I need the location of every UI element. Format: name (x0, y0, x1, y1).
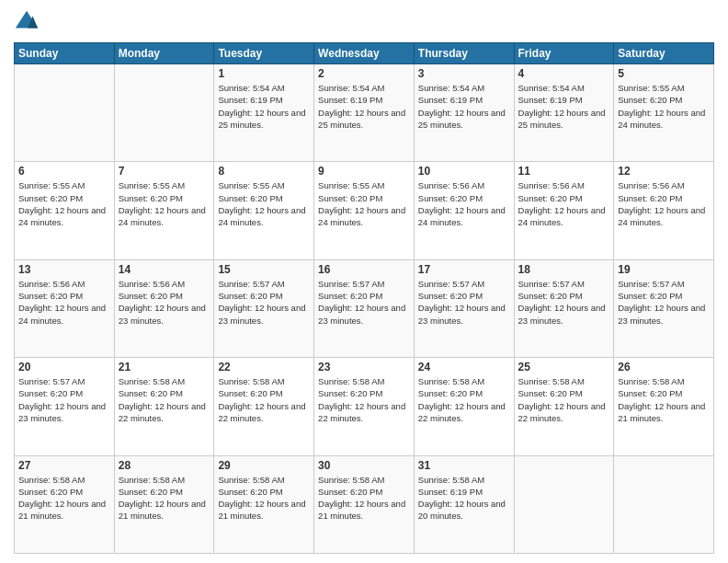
calendar-cell: 15Sunrise: 5:57 AM Sunset: 6:20 PM Dayli… (214, 259, 314, 357)
calendar-cell: 4Sunrise: 5:54 AM Sunset: 6:19 PM Daylig… (514, 64, 614, 162)
day-info: Sunrise: 5:55 AM Sunset: 6:20 PM Dayligh… (119, 179, 210, 228)
calendar-cell: 12Sunrise: 5:56 AM Sunset: 6:20 PM Dayli… (614, 162, 714, 259)
day-number: 5 (618, 67, 710, 80)
day-info: Sunrise: 5:56 AM Sunset: 6:20 PM Dayligh… (618, 179, 710, 228)
day-info: Sunrise: 5:57 AM Sunset: 6:20 PM Dayligh… (618, 278, 710, 327)
day-info: Sunrise: 5:55 AM Sunset: 6:20 PM Dayligh… (218, 179, 310, 228)
day-number: 14 (119, 263, 210, 276)
calendar-cell: 22Sunrise: 5:58 AM Sunset: 6:20 PM Dayli… (214, 358, 314, 455)
day-info: Sunrise: 5:56 AM Sunset: 6:20 PM Dayligh… (518, 179, 610, 228)
calendar-cell: 25Sunrise: 5:58 AM Sunset: 6:20 PM Dayli… (514, 358, 614, 455)
calendar-cell: 28Sunrise: 5:58 AM Sunset: 6:20 PM Dayli… (114, 455, 214, 553)
day-info: Sunrise: 5:58 AM Sunset: 6:20 PM Dayligh… (518, 375, 610, 424)
calendar-week-row: 27Sunrise: 5:58 AM Sunset: 6:20 PM Dayli… (15, 455, 714, 553)
day-info: Sunrise: 5:55 AM Sunset: 6:20 PM Dayligh… (618, 82, 710, 131)
calendar-cell: 26Sunrise: 5:58 AM Sunset: 6:20 PM Dayli… (614, 358, 714, 455)
calendar-day-header: Saturday (614, 43, 714, 64)
day-info: Sunrise: 5:58 AM Sunset: 6:20 PM Dayligh… (18, 474, 110, 523)
day-number: 21 (119, 361, 210, 373)
day-info: Sunrise: 5:55 AM Sunset: 6:20 PM Dayligh… (18, 179, 110, 228)
calendar-cell: 6Sunrise: 5:55 AM Sunset: 6:20 PM Daylig… (15, 162, 115, 259)
calendar-cell: 14Sunrise: 5:56 AM Sunset: 6:20 PM Dayli… (114, 259, 214, 357)
calendar-cell: 21Sunrise: 5:58 AM Sunset: 6:20 PM Dayli… (114, 358, 214, 455)
day-info: Sunrise: 5:56 AM Sunset: 6:20 PM Dayligh… (119, 278, 210, 327)
calendar-cell: 16Sunrise: 5:57 AM Sunset: 6:20 PM Dayli… (314, 259, 415, 357)
calendar-cell: 9Sunrise: 5:55 AM Sunset: 6:20 PM Daylig… (314, 162, 415, 259)
calendar-week-row: 6Sunrise: 5:55 AM Sunset: 6:20 PM Daylig… (15, 162, 714, 259)
calendar-cell: 8Sunrise: 5:55 AM Sunset: 6:20 PM Daylig… (214, 162, 314, 259)
day-info: Sunrise: 5:54 AM Sunset: 6:19 PM Dayligh… (418, 82, 510, 131)
page: SundayMondayTuesdayWednesdayThursdayFrid… (0, 0, 728, 563)
day-number: 4 (518, 67, 610, 80)
day-number: 6 (18, 165, 110, 178)
day-number: 11 (518, 165, 610, 178)
day-info: Sunrise: 5:58 AM Sunset: 6:20 PM Dayligh… (418, 375, 510, 424)
day-number: 16 (318, 263, 410, 276)
day-number: 15 (218, 263, 310, 276)
day-number: 9 (318, 165, 410, 178)
day-number: 19 (618, 263, 710, 276)
calendar-cell: 19Sunrise: 5:57 AM Sunset: 6:20 PM Dayli… (614, 259, 714, 357)
day-number: 20 (18, 361, 110, 373)
day-number: 28 (119, 459, 210, 472)
calendar-table: SundayMondayTuesdayWednesdayThursdayFrid… (14, 42, 714, 554)
calendar-cell: 24Sunrise: 5:58 AM Sunset: 6:20 PM Dayli… (414, 358, 514, 455)
day-number: 8 (218, 165, 310, 178)
day-info: Sunrise: 5:58 AM Sunset: 6:20 PM Dayligh… (318, 474, 410, 523)
calendar-cell: 5Sunrise: 5:55 AM Sunset: 6:20 PM Daylig… (614, 64, 714, 162)
day-number: 26 (618, 361, 710, 373)
day-info: Sunrise: 5:56 AM Sunset: 6:20 PM Dayligh… (18, 278, 110, 327)
calendar-cell: 3Sunrise: 5:54 AM Sunset: 6:19 PM Daylig… (414, 64, 514, 162)
day-info: Sunrise: 5:55 AM Sunset: 6:20 PM Dayligh… (318, 179, 410, 228)
day-info: Sunrise: 5:57 AM Sunset: 6:20 PM Dayligh… (418, 278, 510, 327)
day-info: Sunrise: 5:57 AM Sunset: 6:20 PM Dayligh… (18, 375, 110, 424)
calendar-cell: 17Sunrise: 5:57 AM Sunset: 6:20 PM Dayli… (414, 259, 514, 357)
logo (14, 9, 43, 35)
day-number: 17 (418, 263, 510, 276)
day-number: 3 (418, 67, 510, 80)
day-number: 23 (318, 361, 410, 373)
calendar-cell: 10Sunrise: 5:56 AM Sunset: 6:20 PM Dayli… (414, 162, 514, 259)
day-number: 10 (418, 165, 510, 178)
day-info: Sunrise: 5:54 AM Sunset: 6:19 PM Dayligh… (218, 82, 310, 131)
day-number: 25 (518, 361, 610, 373)
calendar-day-header: Thursday (414, 43, 514, 64)
calendar-cell (614, 455, 714, 553)
day-number: 31 (418, 459, 510, 472)
day-info: Sunrise: 5:58 AM Sunset: 6:19 PM Dayligh… (418, 474, 510, 523)
day-info: Sunrise: 5:57 AM Sunset: 6:20 PM Dayligh… (318, 278, 410, 327)
day-info: Sunrise: 5:57 AM Sunset: 6:20 PM Dayligh… (518, 278, 610, 327)
day-info: Sunrise: 5:58 AM Sunset: 6:20 PM Dayligh… (119, 375, 210, 424)
calendar-cell: 27Sunrise: 5:58 AM Sunset: 6:20 PM Dayli… (15, 455, 115, 553)
day-number: 24 (418, 361, 510, 373)
calendar-week-row: 13Sunrise: 5:56 AM Sunset: 6:20 PM Dayli… (15, 259, 714, 357)
calendar-cell: 1Sunrise: 5:54 AM Sunset: 6:19 PM Daylig… (214, 64, 314, 162)
calendar-cell: 23Sunrise: 5:58 AM Sunset: 6:20 PM Dayli… (314, 358, 415, 455)
calendar-cell: 11Sunrise: 5:56 AM Sunset: 6:20 PM Dayli… (514, 162, 614, 259)
calendar-week-row: 1Sunrise: 5:54 AM Sunset: 6:19 PM Daylig… (15, 64, 714, 162)
day-info: Sunrise: 5:56 AM Sunset: 6:20 PM Dayligh… (418, 179, 510, 228)
day-number: 27 (18, 459, 110, 472)
header (14, 9, 714, 35)
calendar-cell: 7Sunrise: 5:55 AM Sunset: 6:20 PM Daylig… (114, 162, 214, 259)
calendar-cell (514, 455, 614, 553)
calendar-day-header: Wednesday (314, 43, 415, 64)
calendar-cell: 30Sunrise: 5:58 AM Sunset: 6:20 PM Dayli… (314, 455, 415, 553)
calendar-cell: 2Sunrise: 5:54 AM Sunset: 6:19 PM Daylig… (314, 64, 415, 162)
calendar-header-row: SundayMondayTuesdayWednesdayThursdayFrid… (15, 43, 714, 64)
day-number: 7 (119, 165, 210, 178)
day-number: 22 (218, 361, 310, 373)
calendar-cell: 18Sunrise: 5:57 AM Sunset: 6:20 PM Dayli… (514, 259, 614, 357)
day-number: 18 (518, 263, 610, 276)
calendar-cell: 29Sunrise: 5:58 AM Sunset: 6:20 PM Dayli… (214, 455, 314, 553)
day-number: 30 (318, 459, 410, 472)
day-info: Sunrise: 5:54 AM Sunset: 6:19 PM Dayligh… (318, 82, 410, 131)
calendar-week-row: 20Sunrise: 5:57 AM Sunset: 6:20 PM Dayli… (15, 358, 714, 455)
day-info: Sunrise: 5:57 AM Sunset: 6:20 PM Dayligh… (218, 278, 310, 327)
calendar-day-header: Tuesday (214, 43, 314, 64)
calendar-day-header: Monday (114, 43, 214, 64)
day-info: Sunrise: 5:58 AM Sunset: 6:20 PM Dayligh… (119, 474, 210, 523)
day-info: Sunrise: 5:58 AM Sunset: 6:20 PM Dayligh… (218, 375, 310, 424)
day-number: 12 (618, 165, 710, 178)
calendar-cell: 31Sunrise: 5:58 AM Sunset: 6:19 PM Dayli… (414, 455, 514, 553)
